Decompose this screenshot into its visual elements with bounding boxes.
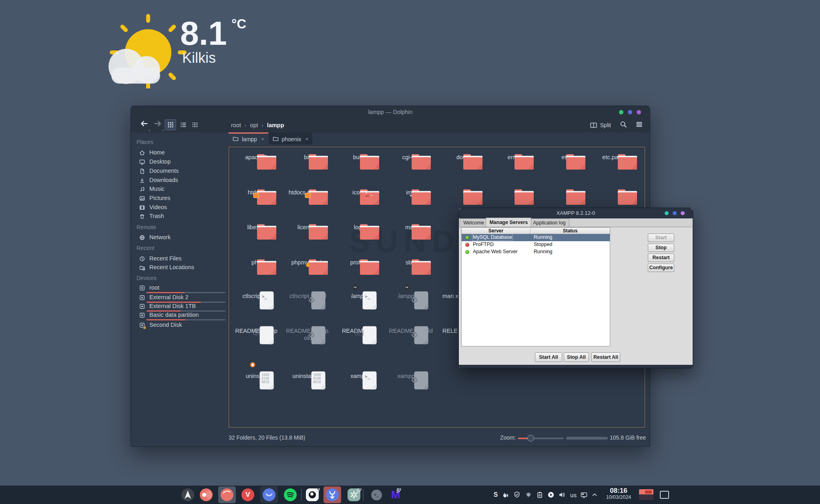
dock-blue-down-arrow-app-icon[interactable] xyxy=(324,486,341,503)
split-button[interactable]: Split xyxy=(590,122,611,128)
keyboard-layout-indicator[interactable]: us xyxy=(568,490,579,499)
file-item-php[interactable]: php xyxy=(231,256,282,266)
file-item-proftpd[interactable]: proftpd xyxy=(334,256,385,266)
xampp-tab-welcome[interactable]: Welcome xyxy=(460,218,488,227)
dock-blue-smiley-app-icon[interactable] xyxy=(260,486,278,503)
file-item-icons[interactable]: icons xyxy=(334,186,385,196)
tab-lampp[interactable]: lampp× xyxy=(229,132,268,144)
file-item-readme-wsrep-old[interactable]: ♻README-wsrep.old xyxy=(282,325,334,342)
server-row-apache-web-server[interactable]: Apache Web ServerRunning xyxy=(462,248,610,256)
file-item-licenses[interactable]: licenses xyxy=(282,221,334,231)
file-item-phpmyadmin[interactable]: phpmyadmin xyxy=(282,256,334,266)
file-item-uninstall[interactable]: 1000 0100 0010uninstall xyxy=(231,370,282,380)
xampp-close-dot-icon[interactable] xyxy=(681,211,685,215)
start-all-button[interactable]: Start All xyxy=(535,352,562,362)
tray-display-icon[interactable] xyxy=(579,490,589,499)
tray-shield-check-icon[interactable] xyxy=(512,490,522,499)
sidebar-item-root[interactable]: root xyxy=(131,284,229,293)
grid-view-button[interactable] xyxy=(165,119,176,130)
sidebar-item-external-disk-2[interactable]: External Disk 2 xyxy=(131,294,229,302)
sidebar-item-external-disk-1tb[interactable]: External Disk 1TB xyxy=(131,302,229,311)
tab-phoenix[interactable]: phoenix× xyxy=(269,132,313,144)
breadcrumb-item-lampp[interactable]: lampp xyxy=(267,122,284,128)
sidebar-item-recent-locations[interactable]: Recent Locations xyxy=(131,264,229,272)
breadcrumb-item-root[interactable]: root xyxy=(231,122,241,128)
breadcrumb-item-opt[interactable]: opt xyxy=(250,122,258,128)
dock-obs-studio-icon[interactable] xyxy=(303,486,321,503)
file-item-hidden[interactable] xyxy=(488,186,539,189)
xampp-maximize-dot-icon[interactable] xyxy=(673,211,677,215)
xampp-titlebar[interactable]: XAMPP 8.2.12-0 xyxy=(459,208,693,218)
file-item-libexec[interactable]: libexec xyxy=(231,221,282,231)
dock-m-media-app-icon[interactable]: M xyxy=(387,486,404,503)
dock-salmon-app-icon[interactable] xyxy=(218,486,236,503)
file-item-readme-md-old[interactable]: ♻README.md.old xyxy=(385,325,436,334)
sidebar-item-pictures[interactable]: Pictures xyxy=(131,194,229,203)
file-item-build[interactable]: build xyxy=(334,151,385,161)
zoom-slider-knob[interactable] xyxy=(527,435,534,442)
file-item-lampp[interactable]: >_↪lampp xyxy=(334,290,385,300)
file-item-readme-wsrep[interactable]: iREADME-wsrep xyxy=(231,325,282,334)
file-item-xampp-old[interactable]: ♻xampp.old xyxy=(385,370,436,380)
server-row-proftpd[interactable]: ProFTPDStopped xyxy=(462,241,610,248)
sidebar-item-trash[interactable]: Trash xyxy=(131,212,229,221)
stop-button[interactable]: Stop xyxy=(648,244,674,252)
zoom-slider[interactable] xyxy=(518,438,564,439)
file-item-htdocs[interactable]: htdocs xyxy=(231,186,282,196)
sidebar-item-recent-files[interactable]: Recent Files xyxy=(131,255,229,264)
tray-surfshark-icon[interactable]: S xyxy=(490,490,501,499)
dock-terminal-app-icon[interactable]: >_ xyxy=(368,486,385,503)
close-tab-icon[interactable]: × xyxy=(305,136,309,142)
xampp-minimize-dot-icon[interactable] xyxy=(665,211,669,215)
list-view-button[interactable] xyxy=(177,119,189,130)
file-item-logs[interactable]: logs xyxy=(334,221,385,231)
file-item-readme-md[interactable]: M↓README.md xyxy=(334,325,385,334)
sidebar-item-basic-data-partition[interactable]: Basic data partition xyxy=(131,311,229,320)
show-desktop-button[interactable] xyxy=(660,491,669,499)
sidebar-item-downloads[interactable]: Downloads xyxy=(131,176,229,185)
file-item-etc-pacnew[interactable]: etc.pacnew xyxy=(591,151,643,161)
file-item-docs[interactable]: docs xyxy=(437,151,488,161)
start-button[interactable]: Start xyxy=(648,234,674,242)
sidebar-item-desktop[interactable]: Desktop xyxy=(131,158,229,167)
forward-button[interactable]: ▾ xyxy=(153,120,164,130)
forward-history-caret-icon[interactable]: ▾ xyxy=(162,129,164,132)
file-item-sbin[interactable]: sbin xyxy=(385,256,436,266)
minimize-dot-icon[interactable] xyxy=(619,110,623,114)
dock-spotify-icon[interactable] xyxy=(281,486,299,503)
sidebar-item-music[interactable]: Music xyxy=(131,185,229,194)
file-item-htdocs-pacnew[interactable]: htdocs.pacnew xyxy=(282,186,334,196)
maximize-dot-icon[interactable] xyxy=(628,110,632,114)
file-item-cgi-bin[interactable]: cgi-bin xyxy=(385,151,436,161)
tray-diamond-icon[interactable] xyxy=(523,490,534,499)
file-item-ctlscript-sh[interactable]: >_ctlscript.sh xyxy=(231,290,282,300)
file-item-error[interactable]: error xyxy=(488,151,539,161)
sidebar-item-second-disk[interactable]: Second Disk xyxy=(131,321,229,330)
stop-all-button[interactable]: Stop All xyxy=(564,352,589,362)
dock-red-dot-app-icon[interactable] xyxy=(197,486,215,503)
close-tab-icon[interactable]: × xyxy=(261,136,264,142)
restart-button[interactable]: Restart xyxy=(648,254,674,262)
file-item-etc[interactable]: etc xyxy=(540,151,591,161)
sidebar-item-documents[interactable]: Documents xyxy=(131,167,229,176)
tray-media-play-icon[interactable] xyxy=(546,490,556,499)
sidebar-item-home[interactable]: Home xyxy=(131,149,229,158)
file-item-hidden[interactable] xyxy=(591,186,643,189)
file-item-ctlscript-sh-old[interactable]: ♻ctlscript.sh.old xyxy=(282,290,334,300)
close-dot-icon[interactable] xyxy=(637,110,641,114)
menu-icon[interactable] xyxy=(636,121,643,129)
tray-clipboard-icon[interactable] xyxy=(535,490,545,499)
sidebar-item-network[interactable]: Network xyxy=(131,234,229,242)
search-icon[interactable] xyxy=(620,121,627,130)
back-button[interactable]: ▾ xyxy=(140,120,150,130)
file-item-bin[interactable]: bin xyxy=(282,151,334,161)
file-item-xampp[interactable]: >_xampp xyxy=(334,370,385,380)
back-history-caret-icon[interactable]: ▾ xyxy=(149,129,150,132)
tray-volume-icon[interactable] xyxy=(557,490,567,499)
dock-chatgpt-icon[interactable] xyxy=(345,486,363,503)
restart-all-button[interactable]: Restart All xyxy=(591,352,620,362)
dolphin-titlebar[interactable]: lampp — Dolphin xyxy=(131,106,650,118)
file-item-hidden[interactable] xyxy=(437,186,488,189)
xampp-tab-manage-servers[interactable]: Manage Servers xyxy=(486,218,531,227)
file-item-img[interactable]: img xyxy=(385,186,436,196)
